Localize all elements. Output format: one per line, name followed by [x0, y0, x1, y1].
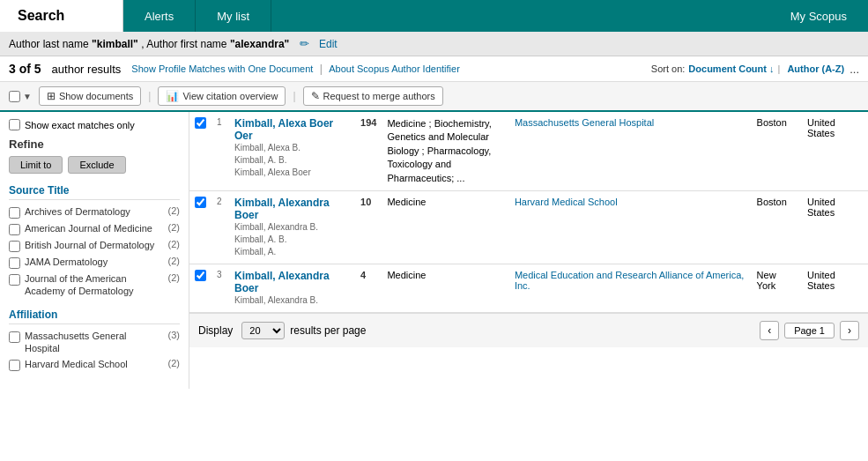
row1-author-link[interactable]: Kimball, Alexa Boer Oer: [234, 117, 333, 142]
row3-subject: Medicine: [382, 264, 508, 312]
affil-harvard-checkbox[interactable]: [9, 360, 20, 371]
source-jama-checkbox[interactable]: [9, 257, 20, 269]
row1-author-cell: Kimball, Alexa Boer Oer Kimball, Alexa B…: [229, 112, 355, 190]
affiliation-section: Affiliation Massachusetts General Hospit…: [9, 309, 180, 372]
profile-matches-link[interactable]: Show Profile Matches with One Document: [131, 63, 313, 74]
citation-overview-button[interactable]: 📊 View citation overview: [158, 86, 286, 106]
results-header: 3 of 5 author results Show Profile Match…: [0, 56, 868, 82]
row1-docs: 194: [355, 112, 382, 190]
table-row: 2 Kimball, Alexandra Boer Kimball, Alexa…: [189, 190, 868, 264]
next-icon: ›: [848, 324, 851, 337]
row3-author-cell: Kimball, Alexandra Boer Kimball, Alexand…: [229, 264, 355, 312]
source-journal-academy-checkbox[interactable]: [9, 274, 20, 286]
row1-country: United States: [802, 112, 868, 190]
sidebar: Show exact matches only Refine Limit to …: [0, 112, 189, 389]
show-documents-label: Show documents: [59, 91, 133, 101]
sort-more-btn[interactable]: ...: [849, 63, 859, 76]
row3-alias1: Kimball, Alexandra B.: [234, 295, 318, 305]
results-links: Show Profile Matches with One Document |…: [131, 63, 459, 75]
row1-num: 1: [211, 112, 229, 190]
nav-mylist-label: My list: [217, 10, 249, 23]
show-exact-checkbox[interactable]: [9, 119, 20, 130]
sort-label: Sort on:: [651, 63, 686, 74]
source-american-checkbox[interactable]: [9, 224, 20, 235]
row1-checkbox[interactable]: [195, 117, 206, 129]
nav-myscopus[interactable]: My Scopus: [769, 0, 868, 32]
show-documents-button[interactable]: ⊞ Show documents: [39, 86, 141, 106]
affil-mgh-checkbox[interactable]: [9, 331, 20, 343]
edit-icon: ✏: [300, 37, 309, 50]
refine-buttons: Limit to Exclude: [9, 156, 180, 174]
row1-subject: Medicine ; Biochemistry, Genetics and Mo…: [382, 112, 508, 190]
affiliation-header: Affiliation: [9, 309, 180, 324]
nav-alerts-label: Alerts: [145, 10, 174, 23]
toolbar: ▼ ⊞ Show documents | 📊 View citation ove…: [0, 82, 868, 112]
source-archives: Archives of Dermatology (2): [9, 205, 180, 219]
row1-alias1: Kimball, Alexa B.: [234, 143, 300, 152]
source-title-header: Source Title: [9, 184, 180, 200]
page-number: Page 1: [784, 323, 835, 338]
row3-checkbox[interactable]: [195, 270, 206, 281]
per-page-select[interactable]: 20 50 100: [241, 322, 285, 339]
row1-affil-link[interactable]: Massachusetts General Hospital: [515, 117, 654, 128]
merge-icon: ✎: [311, 90, 320, 102]
results-table: 1 Kimball, Alexa Boer Oer Kimball, Alexa…: [189, 112, 868, 313]
row2-country: United States: [802, 190, 868, 264]
row2-check-cell: [189, 190, 211, 264]
nav-search-label: Search: [18, 8, 64, 24]
checkbox-dropdown-icon[interactable]: ▼: [23, 92, 32, 101]
source-journal-academy: Journal of the American Academy of Derma…: [9, 272, 180, 298]
row3-affil-link[interactable]: Medical Education and Research Alliance …: [515, 270, 744, 291]
edit-link[interactable]: Edit: [319, 38, 338, 50]
row2-affil-link[interactable]: Harvard Medical School: [515, 197, 618, 207]
row2-checkbox[interactable]: [195, 197, 206, 208]
row3-check-cell: [189, 264, 211, 312]
source-american-journal: American Journal of Medicine (2): [9, 222, 180, 235]
limit-to-button[interactable]: Limit to: [9, 156, 63, 174]
row1-check-cell: [189, 112, 211, 190]
pagination-bar: Display 20 50 100 results per page ‹ Pag…: [189, 313, 868, 347]
row2-alias3: Kimball, A.: [234, 247, 276, 257]
select-all-checkbox[interactable]: [9, 91, 20, 102]
scopus-author-link[interactable]: About Scopus Author Identifier: [329, 63, 460, 74]
nav-search[interactable]: Search: [0, 0, 123, 32]
row1-alias3: Kimball, Alexa Boer: [234, 167, 311, 177]
row2-city: Boston: [752, 190, 802, 264]
row3-city: New York: [752, 264, 802, 312]
table-row: 1 Kimball, Alexa Boer Oer Kimball, Alexa…: [189, 112, 868, 190]
nav-myscopus-label: My Scopus: [790, 10, 847, 23]
sort-author[interactable]: Author (A-Z): [787, 63, 844, 74]
citation-label: View citation overview: [182, 91, 278, 101]
toolbar-checkbox-area: ▼: [9, 91, 32, 102]
chart-icon: 📊: [166, 90, 179, 102]
author-separator: , Author first name: [141, 38, 226, 50]
source-british-journal: British Journal of Dermatology (2): [9, 239, 180, 252]
next-page-button[interactable]: ›: [840, 321, 859, 340]
merge-authors-button[interactable]: ✎ Request to merge authors: [303, 86, 443, 106]
prev-page-button[interactable]: ‹: [760, 321, 779, 340]
results-suffix: author results: [52, 63, 122, 76]
row2-docs: 10: [355, 190, 382, 264]
toolbar-divider-2: |: [293, 90, 295, 102]
display-label: Display: [198, 324, 233, 337]
prev-icon: ‹: [768, 324, 771, 337]
source-archives-checkbox[interactable]: [9, 207, 20, 219]
table-row: 3 Kimball, Alexandra Boer Kimball, Alexa…: [189, 264, 868, 312]
row2-affil: Harvard Medical School: [509, 190, 752, 264]
row2-author-cell: Kimball, Alexandra Boer Kimball, Alexand…: [229, 190, 355, 264]
row1-alias2: Kimball, A. B.: [234, 155, 286, 165]
row3-author-link[interactable]: Kimball, Alexandra Boer: [234, 270, 330, 294]
exclude-button[interactable]: Exclude: [68, 156, 125, 174]
source-jama: JAMA Dermatology (2): [9, 256, 180, 269]
top-navigation: Search Alerts My list My Scopus: [0, 0, 868, 32]
sort-doc-count[interactable]: Document Count ↓: [688, 63, 774, 74]
sort-bar: Sort on: Document Count ↓ | Author (A-Z)…: [651, 63, 859, 76]
row1-affil: Massachusetts General Hospital: [509, 112, 752, 190]
row2-author-link[interactable]: Kimball, Alexandra Boer: [234, 197, 330, 221]
source-british-checkbox[interactable]: [9, 241, 20, 252]
row1-city: Boston: [752, 112, 802, 190]
nav-mylist[interactable]: My list: [196, 0, 271, 32]
merge-label: Request to merge authors: [323, 91, 435, 101]
nav-alerts[interactable]: Alerts: [123, 0, 196, 32]
link-divider: |: [320, 63, 323, 75]
